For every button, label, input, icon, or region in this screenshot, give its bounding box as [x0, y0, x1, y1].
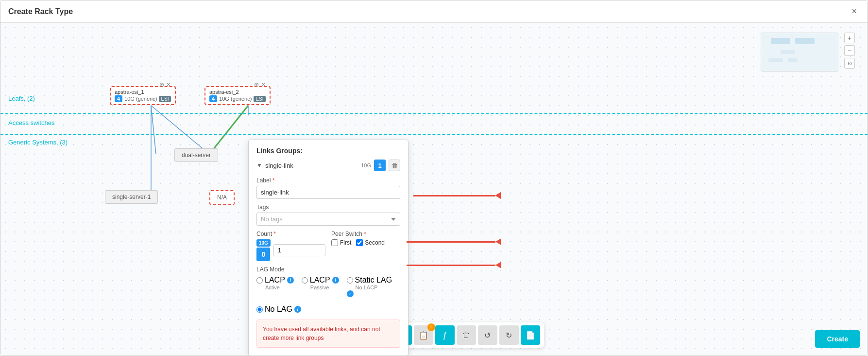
na-server-node[interactable]: N/A	[209, 190, 235, 205]
node2-name: apstra-esi_2	[209, 89, 266, 95]
svg-line-0	[151, 106, 209, 154]
node1-move[interactable]: ⊕	[159, 81, 164, 88]
red-arrow-peer	[407, 238, 501, 245]
toolbar-undo-btn[interactable]: ↺	[478, 325, 497, 345]
second-checkbox-item: Second	[356, 239, 385, 246]
lacp-active-option: LACP i Active	[256, 276, 294, 297]
lacp-active-row: LACP i	[256, 276, 294, 285]
arrow-line-3	[407, 265, 495, 266]
static-lag-sublabel: No LACP	[356, 285, 378, 290]
switch-node-2[interactable]: ⊕ ✕ apstra-esi_2 4 10G (generic) ESI	[204, 86, 271, 105]
arrow-head-1	[495, 192, 501, 199]
lacp-active-label: LACP	[265, 276, 285, 285]
no-lag-label: No LAG	[265, 305, 292, 314]
toolbar-delete-btn[interactable]: 🗑	[457, 325, 476, 345]
group-delete-btn[interactable]: 🗑	[389, 160, 400, 171]
svg-rect-9	[768, 58, 783, 62]
svg-rect-8	[781, 50, 795, 54]
minimap-reset[interactable]: ⊙	[844, 58, 855, 69]
minimap-svg	[761, 33, 839, 72]
create-rack-type-dialog: Create Rack Type × Leafs, (2) Access swi…	[0, 0, 868, 356]
canvas-area[interactable]: Leafs, (2) Access switches Generic Syste…	[0, 23, 868, 356]
dialog-body: Leafs, (2) Access switches Generic Syste…	[0, 23, 868, 356]
access-switches-label[interactable]: Access switches	[8, 119, 54, 126]
group-count-badge: 1	[374, 160, 386, 171]
static-lag-row: Static LAG	[347, 276, 392, 285]
link-group-right: 10G 1 🗑	[361, 160, 400, 171]
lag-mode-section: LAG Mode LACP i Active	[256, 266, 400, 314]
arrow-line-2	[407, 241, 495, 243]
toolbar-redo-btn[interactable]: ↻	[499, 325, 519, 345]
no-lag-option: No LAG i	[256, 305, 301, 314]
leafs-label[interactable]: Leafs, (2)	[8, 95, 35, 102]
lag-mode-label: LAG Mode	[256, 266, 400, 273]
svg-rect-10	[788, 58, 798, 62]
dual-server-node[interactable]: dual-server	[174, 148, 218, 162]
lag-options: LACP i Active LACP i Passive	[256, 276, 400, 314]
red-arrow-lag	[407, 262, 501, 268]
node1-close[interactable]: ✕	[166, 81, 171, 88]
speed-tag: 10G	[256, 239, 271, 247]
peer-checkboxes: First Second	[331, 239, 400, 246]
single-server-node[interactable]: single-server-1	[105, 190, 158, 204]
dialog-header: Create Rack Type ×	[0, 0, 868, 23]
count-input[interactable]	[273, 244, 325, 256]
no-lag-row: No LAG i	[256, 305, 301, 314]
lacp-active-info: i	[287, 277, 294, 284]
second-checkbox[interactable]	[356, 239, 363, 246]
node1-name: apstra-esi_1	[115, 89, 171, 95]
count-col: Count * 10G 0	[256, 231, 325, 261]
node1-badge-num: 4	[115, 95, 122, 102]
count-input-wrap: 10G 0	[256, 239, 325, 261]
no-lag-radio[interactable]	[256, 306, 263, 313]
node2-model: 10G (generic)	[219, 96, 252, 102]
close-button[interactable]: ×	[849, 5, 860, 18]
link-group-left: ▼ single-link	[256, 162, 293, 169]
chevron-icon: ▼	[256, 162, 262, 169]
minimap-minus[interactable]: −	[844, 45, 855, 56]
toolbar-func-btn[interactable]: ƒ	[435, 325, 455, 345]
peer-switch-label: Peer Switch *	[331, 231, 400, 237]
red-arrow-label	[413, 192, 501, 199]
node2-move[interactable]: ⊕	[254, 81, 259, 88]
peer-switch-col: Peer Switch * First Second	[331, 231, 400, 246]
lacp-passive-info: i	[332, 277, 339, 284]
warning-badge: !	[427, 323, 435, 331]
arrow-head-2	[495, 238, 501, 245]
node2-close[interactable]: ✕	[261, 81, 266, 88]
static-lag-label: Static LAG	[355, 276, 392, 285]
svg-rect-6	[771, 38, 790, 44]
node1-badge: 4 10G (generic) ESI	[115, 95, 171, 102]
label-input[interactable]	[256, 186, 400, 199]
links-panel: Links Groups: ▼ single-link 10G 1 🗑	[248, 140, 408, 356]
lacp-passive-option: LACP i Passive	[302, 276, 339, 297]
create-button[interactable]: Create	[815, 330, 860, 348]
count-box: 0	[256, 248, 270, 261]
node1-model: 10G (generic)	[124, 96, 157, 102]
node2-controls: ⊕ ✕	[254, 81, 266, 88]
link-group-name: single-link	[265, 162, 293, 169]
tags-field-label: Tags	[256, 204, 400, 211]
generic-systems-label[interactable]: Generic Systems, (3)	[8, 139, 68, 146]
tags-field: Tags No tags	[256, 204, 400, 226]
node1-controls: ⊕ ✕	[159, 81, 171, 88]
lacp-passive-label: LACP	[310, 276, 330, 285]
toolbar-copy-btn[interactable]: 📄	[521, 325, 540, 345]
tags-select[interactable]: No tags	[256, 213, 400, 226]
first-checkbox[interactable]	[331, 239, 338, 246]
count-peer-row: Count * 10G 0 Peer Switch *	[256, 231, 400, 261]
lacp-passive-sublabel: Passive	[310, 285, 329, 290]
lacp-active-radio[interactable]	[256, 277, 263, 284]
minimap-plus[interactable]: +	[844, 33, 855, 43]
static-lag-radio[interactable]	[347, 277, 353, 284]
svg-line-1	[151, 106, 156, 154]
lacp-active-sublabel: Active	[265, 285, 280, 290]
switch-node-1[interactable]: ⊕ ✕ apstra-esi_1 4 10G (generic) ESI	[110, 86, 176, 105]
lacp-passive-radio[interactable]	[302, 277, 308, 284]
group-speed-label: 10G	[361, 162, 371, 168]
link-group-header: ▼ single-link 10G 1 🗑	[256, 160, 400, 171]
node1-esi: ESI	[159, 96, 170, 102]
toolbar-warning-btn[interactable]: 📋 !	[414, 325, 433, 345]
first-label: First	[340, 239, 351, 246]
dialog-title: Create Rack Type	[8, 7, 73, 16]
